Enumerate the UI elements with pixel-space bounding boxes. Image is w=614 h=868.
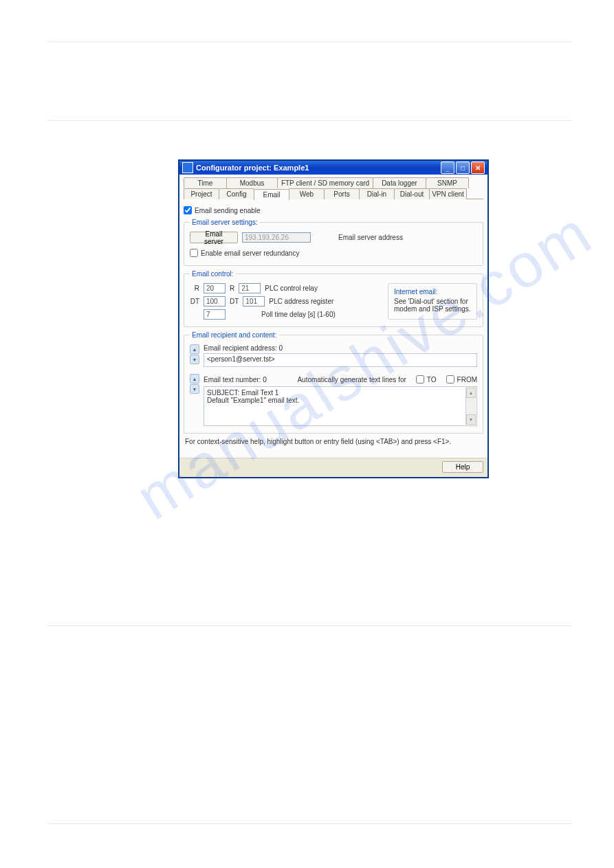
configurator-window: Configurator project: Example1 _ □ ✕ Tim… [179,160,488,478]
email-server-button[interactable]: Email server [190,232,238,243]
r-input-2[interactable] [239,283,261,293]
email-body-line2: Default "Example1" email text. [207,397,474,404]
email-text-box[interactable]: SUBJECT: Email Text 1 Default "Example1"… [204,386,477,426]
internet-email-line1: See 'Dial-out' section for [394,298,471,305]
redundancy-checkbox[interactable] [190,249,198,257]
help-button[interactable]: Help [442,461,483,473]
autogen-label: Automatically generate text lines for [297,376,406,383]
recipient-address-box[interactable]: <person1@server.tst> [204,353,477,367]
textnum-down-button[interactable]: ▼ [190,384,199,394]
dt-input-1[interactable] [204,296,226,307]
email-server-address-input[interactable] [242,232,311,243]
internet-email-line2: modem and ISP settings. [394,305,471,313]
from-check-row: FROM [446,375,477,383]
context-help-hint: For context-sensitive help, highlight bu… [185,438,482,445]
maximize-button[interactable]: □ [456,162,470,174]
page-divider [48,625,573,626]
recipient-legend: Email recipient and content: [190,331,278,339]
app-icon [182,162,193,173]
email-enable-row: Email sending enable [184,206,483,214]
tab-ports[interactable]: Ports [324,188,360,199]
email-control-legend: Email control: [190,270,236,278]
r-label: R [190,285,199,292]
redundancy-row: Enable email server redundancy [190,249,477,257]
recipient-group: Email recipient and content: ▲ ▼ Email r… [184,331,483,434]
dt-label: DT [190,298,199,305]
textnum-up-button[interactable]: ▲ [190,374,199,383]
internet-email-title: Internet email: [394,288,471,296]
close-button[interactable]: ✕ [471,162,485,174]
recipient-spinner: ▲ ▼ [190,344,199,364]
r-desc: PLC control relay [265,285,318,292]
tab-datalogger[interactable]: Data logger [373,177,426,188]
email-body-line1: SUBJECT: Email Text 1 [207,389,474,397]
email-enable-label: Email sending enable [195,207,261,214]
tab-email[interactable]: Email [254,189,289,200]
recipient-down-button[interactable]: ▼ [190,355,199,364]
page-divider [48,823,573,824]
textnum-spinner: ▲ ▼ [190,374,199,394]
email-server-address-label: Email server address [338,234,403,241]
scroll-down-icon[interactable]: ▼ [466,414,476,425]
window-title: Configurator project: Example1 [196,164,309,172]
to-check-row: TO [416,375,437,383]
tab-row-lower: Project Config Email Web Ports Dial-in D… [184,188,483,199]
bottom-bar: Help [179,458,487,477]
dt-label-2: DT [230,298,239,305]
r-input-1[interactable] [204,283,226,293]
tab-dialin[interactable]: Dial-in [359,188,395,199]
tab-row-upper: Time Modbus FTP client / SD memory card … [184,177,483,188]
tab-web[interactable]: Web [289,188,325,199]
page-divider [48,120,573,121]
scroll-up-icon[interactable]: ▲ [466,388,476,398]
textarea-scrollbar[interactable]: ▲ ▼ [465,388,476,425]
tab-modbus[interactable]: Modbus [226,177,278,188]
recipient-address-label: Email recipient address: 0 [204,344,477,352]
recipient-up-button[interactable]: ▲ [190,344,199,354]
page-divider [48,41,573,42]
minimize-button[interactable]: _ [441,162,454,174]
r-label-2: R [230,285,234,292]
internet-email-box: Internet email: See 'Dial-out' section f… [388,283,477,320]
dt-input-2[interactable] [243,296,265,307]
dt-desc: PLC address register [269,298,333,305]
tab-project[interactable]: Project [184,188,219,199]
tab-panel: Email sending enable Email server settin… [184,199,483,445]
server-settings-legend: Email server settings: [190,219,260,226]
textnum-label: Email text number: 0 [204,376,267,383]
server-settings-group: Email server settings: Email server Emai… [184,219,483,266]
from-checkbox[interactable] [446,375,454,383]
tab-snmp[interactable]: SNMP [426,177,469,188]
email-control-group: Email control: R R PLC control relay DT [184,270,483,327]
poll-input[interactable] [204,309,226,320]
tab-dialout[interactable]: Dial-out [394,188,430,199]
from-label: FROM [457,376,477,383]
window-body: Time Modbus FTP client / SD memory card … [179,175,487,458]
to-label: TO [427,376,437,383]
title-bar[interactable]: Configurator project: Example1 _ □ ✕ [179,161,487,175]
tab-vpn[interactable]: VPN client [429,188,467,199]
tab-ftp-sd[interactable]: FTP client / SD memory card [277,177,373,188]
poll-desc: Poll time delay [s] (1-60) [261,311,336,318]
email-enable-checkbox[interactable] [184,206,192,214]
to-checkbox[interactable] [416,375,424,383]
tab-time[interactable]: Time [184,177,227,188]
tab-config[interactable]: Config [219,188,254,199]
redundancy-label: Enable email server redundancy [201,249,299,257]
